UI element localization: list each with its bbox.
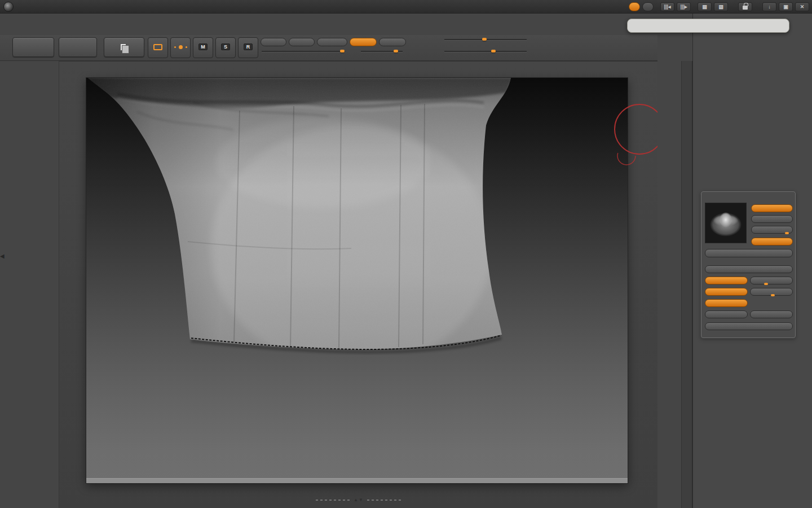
zbrush-logo-icon	[3, 2, 14, 12]
zbrush-window: |||◂ |||▸ ▤ ▧ ↓ ▣ ✕ M	[0, 0, 812, 508]
default-zscript-button[interactable]	[642, 2, 654, 11]
titlebar-controls: |||◂ |||▸ ▤ ▧ ↓ ▣ ✕	[629, 2, 809, 11]
disp-mode-button[interactable]	[751, 238, 793, 246]
focal-shift-handle[interactable]	[482, 38, 487, 41]
lightbox-button[interactable]	[59, 37, 97, 57]
draw-size-slider[interactable]	[444, 49, 527, 52]
edit-mode-button[interactable]	[148, 37, 168, 58]
z-intensity-handle[interactable]	[394, 50, 398, 52]
create-and-export-map-button[interactable]	[705, 322, 793, 330]
tool-panel	[692, 14, 812, 508]
smoothuv-button[interactable]	[705, 288, 748, 296]
zscript-play-icon[interactable]: |||▸	[677, 2, 691, 11]
zcut-button[interactable]	[408, 38, 432, 46]
zbrush-document-canvas[interactable]	[86, 78, 628, 483]
lock-icon[interactable]	[738, 2, 752, 11]
mrgb-button[interactable]	[261, 38, 286, 46]
rgb-intensity-handle[interactable]	[340, 50, 345, 52]
clone-disp-button[interactable]	[751, 215, 793, 223]
lock-glyph	[743, 6, 748, 10]
minimize-icon[interactable]: ↓	[762, 2, 776, 11]
projection-master-button[interactable]	[12, 37, 54, 57]
disp-intensity-slider[interactable]	[751, 226, 793, 234]
disp-on-button[interactable]	[751, 204, 793, 212]
zadd-button[interactable]	[350, 38, 377, 46]
displacement-map-panel	[701, 191, 796, 338]
scroll-arrows-icon[interactable]: ▲▼	[354, 498, 364, 502]
tooltip	[627, 19, 789, 33]
flip-v-button[interactable]	[705, 299, 748, 307]
scale-icon: S	[221, 43, 230, 50]
move-icon: M	[198, 43, 208, 50]
z-intensity-slider[interactable]	[361, 49, 403, 52]
canvas-area[interactable]	[59, 61, 657, 508]
copy-document-icon[interactable]: ▤	[698, 2, 712, 11]
dpsubpix-slider[interactable]	[750, 277, 793, 284]
scale-mode-button[interactable]: S	[215, 37, 236, 58]
top-toolbar: M S R	[0, 35, 657, 61]
close-icon[interactable]: ✕	[795, 2, 809, 11]
z-intensity-track[interactable]	[361, 51, 403, 52]
focal-shift-track[interactable]	[444, 39, 527, 40]
panel-divider-gutter[interactable]	[681, 61, 692, 508]
draw-size-handle[interactable]	[491, 50, 496, 52]
menu-bar	[0, 14, 648, 25]
channels-button[interactable]	[705, 310, 748, 318]
draw-mode-button[interactable]	[170, 37, 191, 58]
left-divider-arrow-icon[interactable]: ◀	[0, 253, 5, 259]
right-shelf	[657, 62, 681, 508]
focal-shift-slider[interactable]	[444, 37, 527, 40]
create-dispmap-button[interactable]	[705, 265, 793, 273]
rgb-intensity-slider[interactable]	[262, 49, 345, 52]
title-bar: |||◂ |||▸ ▤ ▧ ↓ ▣ ✕	[0, 0, 812, 14]
adaptive-button[interactable]	[705, 277, 748, 284]
canvas-scroll-nav[interactable]: ▲▼	[316, 497, 401, 503]
edit-icon	[153, 44, 162, 50]
quick-sketch-icon	[120, 43, 126, 51]
zsub-button[interactable]	[379, 38, 406, 46]
rgb-intensity-track[interactable]	[262, 51, 345, 52]
rotate-icon: R	[244, 43, 253, 50]
draw-size-track[interactable]	[444, 51, 527, 52]
move-mode-button[interactable]: M	[193, 37, 213, 58]
clone-document-icon[interactable]: ▧	[714, 2, 728, 11]
sculpted-mesh[interactable]	[86, 78, 628, 483]
rgb-button[interactable]	[289, 38, 315, 46]
document-floor-strip	[86, 478, 628, 483]
restore-icon[interactable]: ▣	[779, 2, 793, 11]
bit-depth-button[interactable]	[750, 310, 793, 318]
m-button[interactable]	[317, 38, 347, 46]
quick-sketch-button[interactable]	[104, 37, 144, 57]
draw-icon	[179, 45, 183, 49]
disp-scale-button[interactable]	[750, 299, 793, 307]
apply-dispmap-button[interactable]	[705, 249, 793, 257]
zscript-rewind-icon[interactable]: |||◂	[660, 2, 674, 11]
displacement-thumbnail[interactable]	[705, 203, 747, 243]
scroll-track-left[interactable]	[316, 500, 350, 501]
scroll-track-right[interactable]	[367, 500, 401, 501]
menus-button[interactable]	[629, 2, 640, 11]
rotate-mode-button[interactable]: R	[238, 37, 258, 58]
mid-slider[interactable]	[750, 288, 793, 296]
